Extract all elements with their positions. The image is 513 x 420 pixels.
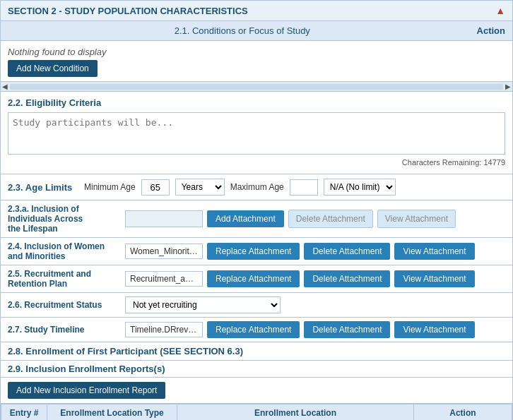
max-age-label: Maximum Age — [230, 182, 284, 192]
study-timeline-label: 2.7. Study Timeline — [8, 325, 121, 335]
scroll-right-icon[interactable]: ▶ — [505, 83, 511, 90]
conditions-content: Nothing found to display Add New Conditi… — [0, 41, 513, 82]
recruitment-plan-label: 2.5. Recruitment and Retention Plan — [8, 269, 121, 289]
col-action: Action — [413, 404, 512, 421]
enrollment-first-row: 2.8. Enrollment of First Participant (SE… — [0, 342, 513, 361]
view-timeline-attachment-button[interactable]: View Attachment — [394, 321, 474, 338]
eligibility-textarea[interactable] — [8, 112, 505, 155]
max-age-unit-select[interactable]: N/A (No limit) Years Months — [324, 179, 396, 196]
replace-timeline-attachment-button[interactable]: Replace Attachment — [207, 321, 300, 338]
recruitment-plan-filename: Recruitment_and_Re — [125, 271, 203, 287]
eligibility-label: 2.2. Eligibility Criteria — [8, 97, 505, 108]
inclusion-individuals-label: 2.3.a. Inclusion of Individuals Across t… — [8, 204, 121, 234]
eligibility-section: 2.2. Eligibility Criteria Characters Rem… — [0, 92, 513, 174]
inclusion-individuals-filename — [125, 210, 203, 227]
view-women-attachment-button[interactable]: View Attachment — [394, 243, 474, 260]
recruitment-status-select[interactable]: Not yet recruiting Recruiting Closed to … — [125, 296, 281, 313]
horizontal-scrollbar[interactable]: ◀ ▶ — [0, 82, 513, 92]
action-label: Action — [477, 25, 505, 36]
delete-women-attachment-button[interactable]: Delete Attachment — [304, 243, 390, 260]
study-timeline-filename: Timeline.DRrev_14N — [125, 322, 203, 337]
chars-remaining: Characters Remaining: 14779 — [8, 157, 505, 168]
subsection-title: 2.1. Conditions or Focus of Study — [8, 25, 477, 36]
add-inclusion-report-button[interactable]: Add New Inclusion Enrollment Report — [8, 382, 165, 399]
inclusion-women-filename: Women_Minorities_C — [125, 244, 203, 259]
delete-recruitment-attachment-button[interactable]: Delete Attachment — [304, 270, 390, 287]
scroll-track[interactable] — [10, 84, 503, 90]
col-location: Enrollment Location — [177, 404, 414, 421]
nothing-found-text: Nothing found to display — [8, 45, 505, 60]
subsection-header: 2.1. Conditions or Focus of Study Action — [0, 21, 513, 41]
age-limits-row: 2.3. Age Limits Minimum Age Years Months… — [0, 174, 513, 200]
recruitment-status-row: 2.6. Recruitment Status Not yet recruiti… — [0, 293, 513, 318]
inclusion-women-row: 2.4. Inclusion of Women and Minorities W… — [0, 238, 513, 265]
delete-timeline-attachment-button[interactable]: Delete Attachment — [304, 321, 390, 338]
min-age-unit-select[interactable]: Years Months Days — [175, 179, 225, 196]
inclusion-reports-header: 2.9. Inclusion Enrollment Reports(s) — [1, 361, 512, 378]
recruitment-plan-row: 2.5. Recruitment and Retention Plan Recr… — [0, 265, 513, 293]
add-condition-button[interactable]: Add New Condition — [8, 60, 98, 77]
age-limits-label: 2.3. Age Limits — [8, 182, 78, 193]
section-title: SECTION 2 - STUDY POPULATION CHARACTERIS… — [8, 6, 248, 16]
scroll-left-icon[interactable]: ◀ — [2, 83, 8, 90]
inclusion-women-label: 2.4. Inclusion of Women and Minorities — [8, 241, 121, 261]
add-attachment-button[interactable]: Add Attachment — [207, 210, 284, 227]
enrollment-table: Entry # Enrollment Location Type Enrollm… — [1, 404, 512, 420]
recruitment-status-label: 2.6. Recruitment Status — [8, 300, 121, 310]
study-timeline-row: 2.7. Study Timeline Timeline.DRrev_14N R… — [0, 318, 513, 342]
view-attachment-button: View Attachment — [377, 210, 456, 228]
replace-women-attachment-button[interactable]: Replace Attachment — [207, 243, 300, 260]
inclusion-individuals-row: 2.3.a. Inclusion of Individuals Across t… — [0, 200, 513, 238]
enrollment-first-label: 2.8. Enrollment of First Participant (SE… — [8, 346, 243, 356]
view-recruitment-attachment-button[interactable]: View Attachment — [394, 270, 474, 287]
min-age-label: Minimum Age — [84, 182, 136, 192]
delete-attachment-button: Delete Attachment — [288, 210, 373, 228]
collapse-icon[interactable]: ▲ — [495, 5, 505, 16]
min-age-input[interactable] — [141, 179, 170, 196]
col-type: Enrollment Location Type — [47, 404, 177, 421]
max-age-input[interactable] — [290, 179, 318, 196]
col-entry: Entry # — [1, 404, 47, 421]
inclusion-reports-section: 2.9. Inclusion Enrollment Reports(s) Add… — [0, 361, 513, 420]
add-report-btn-row: Add New Inclusion Enrollment Report — [1, 378, 512, 404]
section-header: SECTION 2 - STUDY POPULATION CHARACTERIS… — [0, 0, 513, 21]
replace-recruitment-attachment-button[interactable]: Replace Attachment — [207, 270, 300, 287]
